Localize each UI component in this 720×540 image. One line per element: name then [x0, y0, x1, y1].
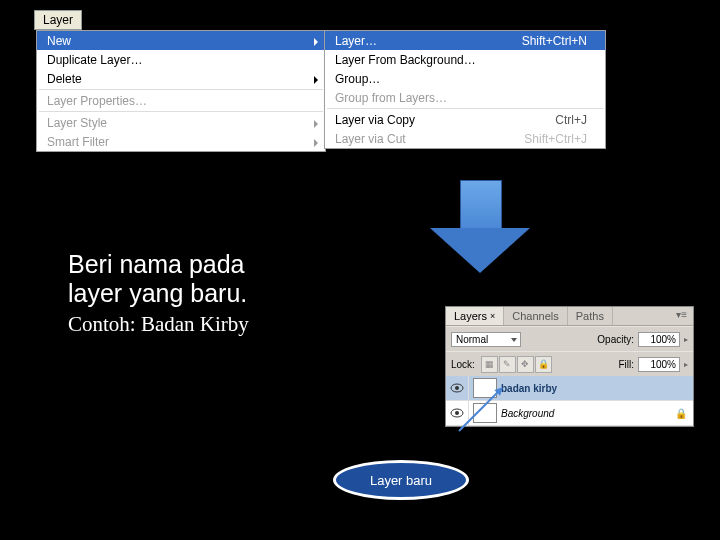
shortcut-text: Ctrl+J	[555, 113, 587, 127]
opacity-field[interactable]: 100%	[638, 332, 680, 347]
menu-separator	[39, 111, 323, 112]
eye-icon	[450, 408, 464, 418]
layer-row[interactable]: badan kirby	[446, 376, 693, 401]
submenu-arrow-icon	[314, 76, 318, 84]
lock-all-icon[interactable]: 🔒	[535, 356, 552, 373]
menu-item-layer-via-cut: Layer via CutShift+Ctrl+J	[325, 129, 605, 148]
layer-name[interactable]: badan kirby	[501, 383, 557, 394]
menu-item-delete[interactable]: Delete	[37, 69, 325, 88]
menubar-label: Layer	[43, 13, 73, 27]
blend-mode-select[interactable]: Normal	[451, 332, 521, 347]
menu-separator	[39, 89, 323, 90]
menu-item-layer[interactable]: Layer…Shift+Ctrl+N	[325, 31, 605, 50]
fill-field[interactable]: 100%	[638, 357, 680, 372]
panel-menu-icon[interactable]: ▾≡	[670, 307, 693, 325]
close-icon[interactable]: ×	[490, 311, 495, 321]
submenu-new: Layer…Shift+Ctrl+N Layer From Background…	[324, 30, 606, 149]
lock-transparency-icon[interactable]: ▦	[481, 356, 498, 373]
opacity-label: Opacity:	[597, 334, 634, 345]
submenu-arrow-icon	[314, 139, 318, 147]
shortcut-text: Shift+Ctrl+N	[522, 34, 587, 48]
menu-item-layer-properties: Layer Properties…	[37, 91, 325, 110]
callout-text: Layer baru	[370, 473, 432, 488]
svg-point-1	[455, 386, 459, 390]
tab-channels[interactable]: Channels	[504, 307, 567, 325]
menu-item-layer-from-background[interactable]: Layer From Background…	[325, 50, 605, 69]
lock-pixels-icon[interactable]: ✎	[499, 356, 516, 373]
shortcut-text: Shift+Ctrl+J	[524, 132, 587, 146]
menu-item-duplicate-layer[interactable]: Duplicate Layer…	[37, 50, 325, 69]
menu-item-smart-filter: Smart Filter	[37, 132, 325, 151]
instruction-line1: Beri nama pada	[68, 250, 249, 279]
fill-label: Fill:	[618, 359, 634, 370]
chevron-right-icon[interactable]: ▸	[684, 360, 688, 369]
menubar-item-layer[interactable]: Layer	[34, 10, 82, 30]
menu-layer: New Duplicate Layer… Delete Layer Proper…	[36, 30, 326, 152]
down-arrow-graphic	[430, 180, 530, 280]
lock-position-icon[interactable]: ✥	[517, 356, 534, 373]
menu-item-group[interactable]: Group…	[325, 69, 605, 88]
svg-point-3	[455, 411, 459, 415]
menu-item-new[interactable]: New	[37, 31, 325, 50]
layers-list: badan kirby Background 🔒	[446, 376, 693, 426]
callout-bubble: Layer baru	[333, 460, 469, 500]
instruction-text: Beri nama pada layer yang baru. Contoh: …	[68, 250, 249, 337]
menu-item-layer-via-copy[interactable]: Layer via CopyCtrl+J	[325, 110, 605, 129]
lock-icon: 🔒	[675, 408, 687, 419]
submenu-arrow-icon	[314, 38, 318, 46]
submenu-arrow-icon	[314, 120, 318, 128]
lock-icons: ▦ ✎ ✥ 🔒	[481, 356, 552, 373]
menu-item-group-from-layers: Group from Layers…	[325, 88, 605, 107]
panel-tabs: Layers× Channels Paths ▾≡	[446, 307, 693, 326]
instruction-line2: layer yang baru.	[68, 279, 249, 308]
tab-layers[interactable]: Layers×	[446, 307, 504, 325]
instruction-line3: Contoh: Badan Kirby	[68, 312, 249, 337]
menu-separator	[327, 108, 603, 109]
tab-paths[interactable]: Paths	[568, 307, 613, 325]
lock-label: Lock:	[451, 359, 475, 370]
menu-item-layer-style: Layer Style	[37, 113, 325, 132]
chevron-right-icon[interactable]: ▸	[684, 335, 688, 344]
layer-name[interactable]: Background	[501, 408, 554, 419]
visibility-toggle[interactable]	[446, 376, 469, 400]
eye-icon	[450, 383, 464, 393]
